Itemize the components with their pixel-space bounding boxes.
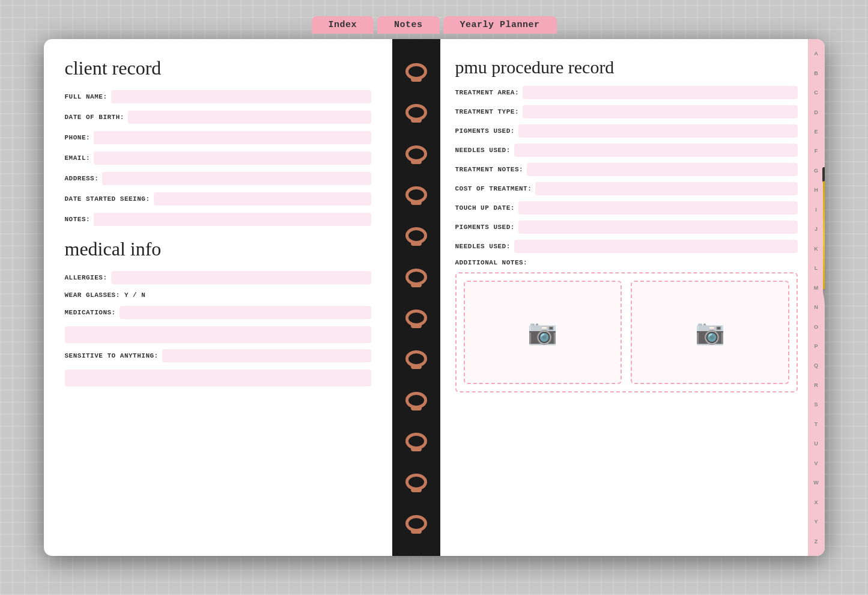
input-medications-extra[interactable] — [65, 326, 371, 343]
field-allergies: ALLERGIES: — [65, 271, 371, 284]
field-treatment-notes: TREATMENT NOTES: — [455, 163, 798, 176]
alpha-d: D — [814, 109, 818, 115]
photo-area: 📷 📷 — [455, 272, 798, 392]
label-fullname: FULL NAME: — [65, 93, 108, 100]
input-medications[interactable] — [120, 306, 371, 319]
alpha-k: K — [814, 246, 818, 252]
field-touchup-date: TOUCH UP DATE: — [455, 201, 798, 215]
input-phone[interactable] — [94, 131, 371, 144]
input-treatment-notes[interactable] — [527, 163, 797, 176]
alpha-j: J — [815, 226, 818, 232]
label-treatment-area: TREATMENT AREA: — [455, 89, 520, 96]
alpha-b: B — [814, 70, 818, 76]
photo-box-2[interactable]: 📷 — [631, 281, 789, 384]
ring-10 — [405, 433, 427, 450]
field-pigments-used-1: PIGMENTS USED: — [455, 124, 798, 138]
input-treatment-area[interactable] — [523, 86, 797, 99]
ring-9 — [405, 392, 427, 409]
field-additional-notes: ADDITIONAL NOTES: — [455, 259, 798, 266]
pen — [822, 167, 825, 299]
tab-notes[interactable]: Notes — [377, 16, 440, 34]
label-needles-used-2: NEEDLES USED: — [455, 243, 511, 250]
alpha-o: O — [814, 324, 818, 330]
ring-5 — [405, 227, 427, 244]
field-address: ADDRESS: — [65, 172, 371, 185]
pen-tip — [823, 289, 825, 307]
ring-4 — [405, 186, 427, 203]
notebook: ∨ Index Notes Yearly Planner client reco… — [44, 39, 825, 556]
input-datestarted[interactable] — [154, 192, 371, 206]
medical-info-title: medical info — [65, 238, 371, 260]
label-needles-used-1: NEEDLES USED: — [455, 147, 511, 154]
input-treatment-type[interactable] — [523, 105, 797, 118]
medical-section: medical info ALLERGIES: WEAR GLASSES: Y … — [65, 238, 371, 386]
alpha-y: Y — [814, 519, 818, 525]
input-dob[interactable] — [128, 111, 371, 124]
input-pigments-used-2[interactable] — [518, 221, 798, 234]
left-page: client record FULL NAME: DATE OF BIRTH: … — [44, 39, 392, 556]
tabs-container: Index Notes Yearly Planner — [311, 16, 556, 34]
label-treatment-type: TREATMENT TYPE: — [455, 108, 520, 115]
label-glasses: WEAR GLASSES: Y / N — [65, 291, 146, 299]
camera-icon-1: 📷 — [527, 318, 557, 347]
label-datestarted: DATE STARTED SEEING: — [65, 195, 150, 203]
input-cost[interactable] — [535, 182, 797, 195]
field-sensitive: SENSITIVE TO ANYTHING: — [65, 349, 371, 362]
field-cost: COST OF TREATMENT: — [455, 182, 798, 195]
ring-7 — [405, 310, 427, 326]
alpha-s: S — [814, 401, 818, 407]
ring-8 — [405, 350, 427, 367]
input-notes[interactable] — [94, 213, 371, 226]
ring-6 — [405, 269, 427, 285]
ring-3 — [405, 145, 427, 162]
photo-box-1[interactable]: 📷 — [464, 281, 622, 384]
alpha-l: L — [815, 265, 818, 271]
alpha-c: C — [814, 90, 818, 96]
ring-1 — [405, 63, 427, 80]
alpha-n: N — [814, 304, 818, 310]
alphabet-sidebar: A B C D E F G H I J K L M N O P Q R S T … — [808, 39, 825, 556]
label-address: ADDRESS: — [65, 175, 99, 182]
client-record-title: client record — [65, 57, 371, 79]
field-glasses: WEAR GLASSES: Y / N — [65, 291, 371, 299]
label-pigments-used-2: PIGMENTS USED: — [455, 224, 515, 231]
input-needles-used-1[interactable] — [514, 144, 798, 157]
field-medications: MEDICATIONS: — [65, 306, 371, 319]
alpha-m: M — [814, 285, 819, 291]
field-phone: PHONE: — [65, 131, 371, 144]
field-dob: DATE OF BIRTH: — [65, 111, 371, 124]
input-address[interactable] — [102, 172, 371, 185]
field-notes: NOTES: — [65, 213, 371, 226]
tab-index[interactable]: Index — [311, 16, 374, 34]
alpha-e: E — [814, 129, 818, 135]
ring-11 — [405, 474, 427, 490]
pen-body — [823, 181, 825, 289]
ring-2 — [405, 104, 427, 121]
field-datestarted: DATE STARTED SEEING: — [65, 192, 371, 206]
input-allergies[interactable] — [111, 271, 371, 284]
field-fullname: FULL NAME: — [65, 90, 371, 103]
label-cost: COST OF TREATMENT: — [455, 185, 532, 192]
input-sensitive-extra[interactable] — [65, 370, 371, 386]
alpha-q: Q — [814, 362, 818, 368]
label-dob: DATE OF BIRTH: — [65, 114, 124, 121]
input-email[interactable] — [94, 151, 371, 165]
input-fullname[interactable] — [111, 90, 371, 103]
label-email: EMAIL: — [65, 154, 91, 162]
field-pigments-used-2: PIGMENTS USED: — [455, 221, 798, 234]
label-touchup-date: TOUCH UP DATE: — [455, 204, 515, 212]
input-touchup-date[interactable] — [518, 201, 798, 215]
alpha-r: R — [814, 382, 818, 388]
input-pigments-used-1[interactable] — [518, 124, 798, 138]
alpha-u: U — [814, 441, 818, 447]
field-treatment-area: TREATMENT AREA: — [455, 86, 798, 99]
input-sensitive[interactable] — [162, 349, 371, 362]
alpha-i: I — [815, 207, 817, 213]
field-email: EMAIL: — [65, 151, 371, 165]
tab-yearly[interactable]: Yearly Planner — [443, 16, 557, 34]
input-needles-used-2[interactable] — [514, 240, 798, 253]
label-allergies: ALLERGIES: — [65, 274, 108, 281]
label-pigments-used-1: PIGMENTS USED: — [455, 127, 515, 135]
label-medications: MEDICATIONS: — [65, 309, 116, 316]
label-additional-notes: ADDITIONAL NOTES: — [455, 259, 528, 266]
